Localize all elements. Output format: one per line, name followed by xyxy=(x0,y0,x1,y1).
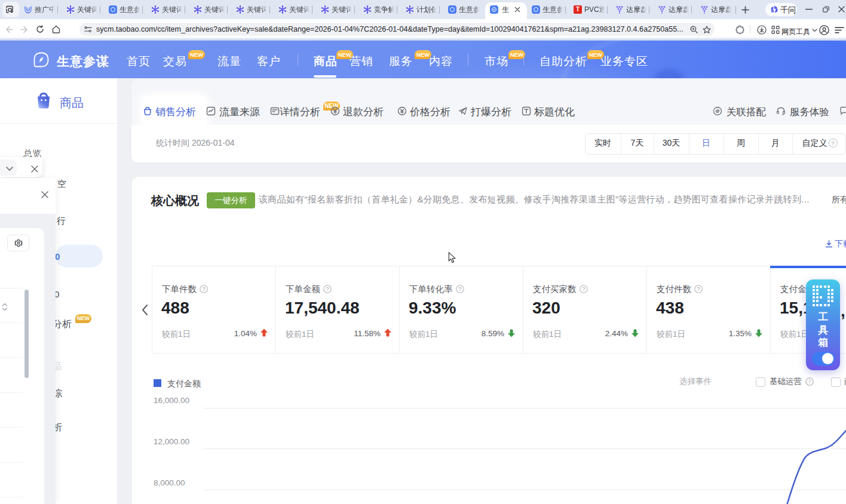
svg-text:?: ? xyxy=(458,286,461,292)
svg-text:?: ? xyxy=(326,286,329,292)
svg-text:?: ? xyxy=(582,286,585,292)
svg-text:?: ? xyxy=(808,379,811,385)
svg-text:?: ? xyxy=(697,286,700,292)
svg-text:?: ? xyxy=(202,286,205,292)
